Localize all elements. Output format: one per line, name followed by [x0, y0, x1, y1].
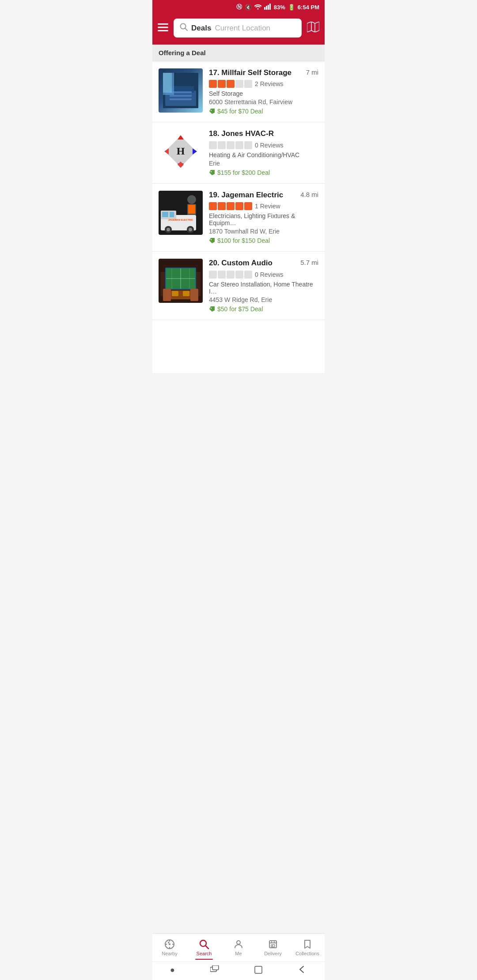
star-3 [227, 202, 235, 210]
business-name: 18. Jones HVAC-R [209, 129, 318, 138]
star-1 [209, 271, 217, 279]
star-rating [209, 202, 252, 210]
star-2 [218, 271, 226, 279]
review-count: 1 Review [255, 203, 280, 210]
business-thumbnail: H [159, 129, 203, 173]
svg-rect-1 [266, 6, 267, 10]
star-rating [209, 141, 252, 149]
svg-marker-9 [307, 22, 319, 32]
business-address: 4453 W Ridge Rd, Erie [209, 296, 318, 303]
review-count: 2 Reviews [255, 80, 284, 87]
svg-rect-3 [269, 4, 271, 10]
star-2 [218, 202, 226, 210]
signal-icon [264, 4, 271, 11]
map-button[interactable] [307, 22, 319, 35]
deal-badge: $45 for $70 Deal [209, 108, 318, 115]
stars-row: 0 Reviews [209, 271, 318, 279]
star-5 [244, 202, 252, 210]
business-thumbnail: JAGEMAN ELECTRIC [159, 191, 203, 235]
svg-rect-53 [190, 289, 198, 301]
list-item[interactable]: 17. Millfair Self Storage 7 mi 2 Reviews… [152, 61, 325, 122]
svg-rect-0 [264, 7, 265, 10]
svg-rect-16 [170, 95, 192, 97]
section-header: Offering a Deal [152, 45, 325, 61]
svg-rect-4 [158, 23, 168, 25]
nfc-icon: Ⓝ [236, 3, 242, 11]
star-4 [235, 141, 243, 149]
stars-row: 1 Review [209, 202, 318, 210]
svg-rect-33 [170, 212, 174, 217]
deal-badge: $50 for $75 Deal [209, 305, 318, 313]
battery-percentage: 83% [274, 4, 285, 11]
list-item[interactable]: 20. Custom Audio 5.7 mi 0 Reviews Car St… [152, 252, 325, 320]
business-name: 20. Custom Audio [209, 259, 300, 268]
svg-rect-5 [158, 26, 168, 28]
business-info: 18. Jones HVAC-R 0 Reviews Heating & Air… [209, 129, 318, 176]
business-thumbnail [159, 68, 203, 113]
deal-text: $50 for $75 Deal [217, 305, 263, 313]
deal-badge: $155 for $200 Deal [209, 169, 318, 176]
star-2 [218, 141, 226, 149]
svg-rect-2 [268, 5, 269, 10]
svg-text:H: H [177, 145, 185, 157]
business-address: 1870 Townhall Rd W, Erie [209, 228, 318, 235]
svg-marker-24 [193, 148, 197, 155]
business-distance: 7 mi [306, 68, 318, 76]
search-icon [180, 23, 188, 33]
business-distance: 4.8 mi [300, 191, 318, 198]
deal-text: $45 for $70 Deal [217, 108, 263, 115]
business-category: Heating & Air Conditioning/HVAC [209, 151, 318, 158]
business-name: 19. Jageman Electric [209, 191, 300, 200]
search-location: Current Location [215, 24, 270, 33]
business-address: Erie [209, 160, 318, 167]
business-category: Electricians, Lighting Fixtures & Equipm… [209, 212, 318, 226]
star-rating [209, 271, 252, 279]
business-address: 6000 Sterrettania Rd, Fairview [209, 98, 318, 106]
star-4 [235, 80, 243, 88]
business-distance: 5.7 mi [300, 259, 318, 266]
svg-point-42 [211, 239, 212, 240]
svg-rect-52 [163, 289, 171, 301]
star-5 [244, 141, 252, 149]
svg-point-28 [211, 171, 212, 172]
star-3 [227, 271, 235, 279]
search-keyword: Deals [191, 24, 211, 33]
svg-text:JAGEMAN ELECTRIC: JAGEMAN ELECTRIC [168, 219, 193, 221]
star-5 [244, 271, 252, 279]
mute-icon: 🔇 [245, 4, 252, 11]
review-count: 0 Reviews [255, 271, 284, 278]
svg-rect-55 [183, 291, 189, 296]
list-item[interactable]: JAGEMAN ELECTRIC 19. Jageman Electric 4.… [152, 184, 325, 252]
search-bar[interactable]: Deals Current Location [174, 19, 302, 38]
menu-button[interactable] [158, 23, 168, 34]
svg-point-35 [167, 228, 170, 231]
star-1 [209, 202, 217, 210]
svg-rect-40 [188, 205, 195, 214]
star-2 [218, 80, 226, 88]
star-rating [209, 80, 252, 88]
svg-marker-26 [164, 148, 169, 155]
svg-rect-32 [162, 212, 168, 217]
stars-row: 0 Reviews [209, 141, 318, 149]
list-item[interactable]: H 18. Jones HVAC [152, 122, 325, 183]
business-info: 17. Millfair Self Storage 7 mi 2 Reviews… [209, 68, 318, 115]
business-list: 17. Millfair Self Storage 7 mi 2 Reviews… [152, 61, 325, 373]
business-category: Car Stereo Installation, Home Theatre I… [209, 281, 318, 295]
business-name: 17. Millfair Self Storage [209, 68, 306, 77]
business-category: Self Storage [209, 90, 318, 97]
svg-rect-17 [170, 98, 192, 100]
svg-point-37 [189, 228, 192, 231]
svg-point-38 [187, 195, 196, 204]
status-bar: Ⓝ 🔇 83% 🔋 6:54 PM [152, 0, 325, 14]
time: 6:54 PM [298, 4, 319, 11]
star-1 [209, 80, 217, 88]
svg-point-56 [211, 307, 212, 308]
stars-row: 2 Reviews [209, 80, 318, 88]
business-info: 19. Jageman Electric 4.8 mi 1 Review Ele… [209, 191, 318, 244]
svg-line-8 [185, 28, 187, 30]
star-3 [227, 141, 235, 149]
svg-point-20 [211, 110, 212, 111]
star-3 [227, 80, 235, 88]
battery-icon: 🔋 [288, 4, 295, 11]
business-info: 20. Custom Audio 5.7 mi 0 Reviews Car St… [209, 259, 318, 312]
